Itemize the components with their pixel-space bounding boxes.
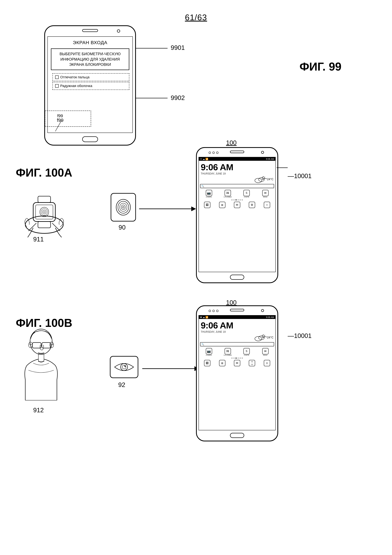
sec-icon2-fig100a[interactable]: ⊞ [219,202,225,208]
svg-point-38 [124,365,126,367]
dot5 [240,199,241,200]
search-bar-fig100b[interactable]: 🔍 [200,342,274,346]
phone-fig99: ЭКРАН ВХОДА ВЫБЕРИТЕ БИОМЕТРИ-ЧЕСКУЮ ИНФ… [44,25,136,146]
snote-label-fig100b: S NOTE [244,354,249,356]
svg-point-20 [122,206,124,208]
svg-point-15 [43,211,45,213]
app-snote-fig100b[interactable]: S S NOTE [242,348,251,356]
biometric-option-iris[interactable]: Радужная оболочка [52,82,129,90]
label-100-fig100a: 100 [226,139,237,146]
svg-text:9901: 9901 [171,44,185,51]
arrow-fig100a [139,205,196,213]
page-number: 61/63 [185,13,207,22]
checkbox-fingerprint[interactable] [55,75,59,79]
dot3 [235,199,237,200]
svg-point-36 [121,364,128,371]
eye-svg-92 [113,359,135,375]
dot5b [240,358,241,359]
sec-icon4-fig100b[interactable]: ≡≡ [249,360,255,366]
dot4 [238,199,239,200]
fig99-label: ФИГ. 99 [299,60,342,73]
phone-top-dots-fig100b [209,310,218,312]
sec-icon1-fig100b[interactable]: 🖼 [204,360,210,366]
dot1 [231,199,233,200]
weather-icon-fig100b [254,334,266,341]
app-planner-fig100a[interactable]: 31 S PLANNER [224,190,232,198]
planner-icon-fig100b: 31 [225,348,231,354]
svg-rect-10 [36,205,53,219]
phone-speaker-fig99 [82,29,98,32]
app-email-fig100a[interactable]: ✉ EMAIL [261,190,270,198]
biometric-option-fingerprint[interactable]: Отпечаток пальца [52,73,129,81]
fig100b-label: ФИГ. 100В [16,316,72,329]
email-label-fig100a: EMAIL [263,196,267,198]
planner-icon-fig100a: 31 [225,190,231,196]
app-planner-fig100b[interactable]: 31 S PLANNER [224,348,232,356]
phone-fig100b: ✱ ☁ 📶 9:06 AM 9:06 AM THURSDAY, JUNE 19 … [196,305,278,441]
status-time-fig100b: 9:06 AM [266,316,274,319]
camera-icon-fig100b: 📷 [206,348,212,354]
app-row-fig100a: 📷 CAMERA 31 S PLANNER S S NOTE ✉ EMAIL [199,189,275,199]
sec-icon3-fig100b[interactable]: ✉ [234,360,240,366]
svg-rect-9 [33,203,55,221]
snote-label-fig100a: S NOTE [244,196,249,198]
dot6 [242,199,243,200]
label-90: 90 [119,224,126,231]
camera-label-fig100b: CAMERA [206,354,212,356]
status-bar-fig100a: ✕ ☁ 📶 9:06 AM [199,157,275,161]
svg-point-23 [255,178,262,183]
search-bar-fig100a[interactable]: 🔍 [200,184,274,188]
sec-icon1-fig100a[interactable]: 🖼 [204,202,210,208]
phone-home-fig100b [230,433,244,438]
fingerprint-svg-90 [114,196,133,218]
status-icons-left-b: ✱ ☁ 📶 [200,316,208,319]
snote-icon-fig100b: S [243,348,250,354]
sec-icon4-fig100a[interactable]: ⚙ [249,202,255,208]
dot-row-fig100b [199,357,275,359]
svg-marker-22 [191,206,196,211]
phone-speaker-fig100a [230,151,244,153]
eye-icon-box-92 [110,356,138,378]
phone-home-fig100a [230,275,244,280]
fig100a-label: ФИГ. 100А [16,166,72,179]
sec-icon2-fig100b[interactable]: ⊞ [219,360,225,366]
status-icons-left: ✕ ☁ 📶 [200,158,208,160]
dot1b [231,358,233,359]
svg-rect-8 [38,196,50,203]
temp-fig100a: 24°C [267,178,273,181]
svg-point-19 [121,205,125,210]
app-email-fig100b[interactable]: ✉ EMAIL [261,348,270,356]
checkbox-iris[interactable] [55,84,59,88]
f99-label: f99 [57,113,63,118]
biometric-options: Отпечаток пальца Радужная оболочка [52,73,129,90]
search-icon-fig100a: 🔍 [201,185,204,187]
email-icon-fig100a: ✉ [262,190,269,196]
svg-point-16 [116,199,130,215]
phone-speaker-fig100b [230,309,244,311]
dot3b [235,358,237,359]
lock-date-fig100a: THURSDAY, JUNE 19 [199,172,275,175]
temp-fig100b: 24°C [267,336,273,339]
dot6b [242,358,243,359]
dot4b [238,358,239,359]
dot-row-fig100a [199,199,275,201]
sec-icon5-fig100a[interactable]: ≡ [264,202,270,208]
email-icon-fig100b: ✉ [262,348,269,354]
dot2b [234,358,235,359]
lock-time-fig100b: 9:06 AM [199,319,275,330]
sec-icon5-fig100b[interactable]: ⊡ [264,360,270,366]
lock-time-fig100a: 9:06 AM [199,161,275,172]
sec-icon3-fig100a[interactable]: ✉ [234,202,240,208]
app-snote-fig100a[interactable]: S S NOTE [242,190,251,198]
arrow-fig100b [142,365,199,372]
app-camera-fig100b[interactable]: 📷 CAMERA [205,348,213,356]
search-icon-fig100b: 🔍 [201,343,204,345]
lock-date-fig100b: THURSDAY, JUNE 19 [199,330,275,333]
email-label-fig100b: EMAIL [263,354,267,356]
weather-row-fig100a: 24°C [199,175,275,183]
option-iris-label: Радужная оболочка [60,84,92,88]
svg-line-31 [29,344,32,345]
screen-title-fig99: ЭКРАН ВХОДА [51,40,129,45]
weather-row-fig100b: 24°C [199,333,275,342]
app-camera-fig100a[interactable]: 📷 CAMERA [205,190,213,198]
